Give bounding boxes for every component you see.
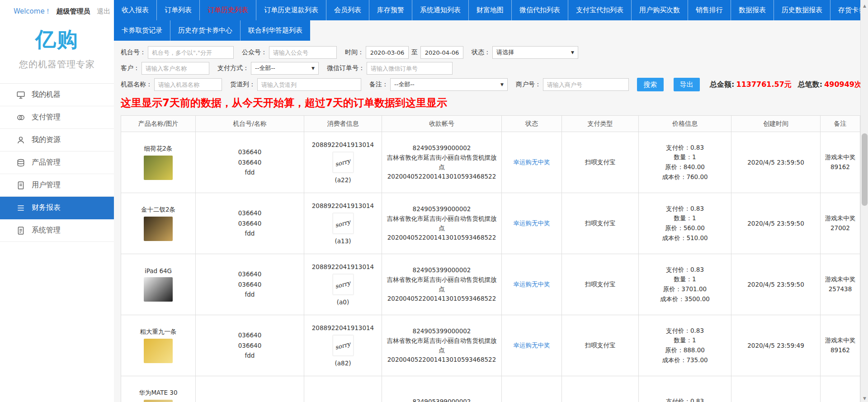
top-nav-tab[interactable]: 支付宝代扣列表: [568, 0, 632, 20]
top-nav-sub-tab[interactable]: 卡券取货记录: [114, 20, 170, 41]
wechat-order-input[interactable]: [367, 62, 453, 75]
top-nav-tab[interactable]: 会员列表: [326, 0, 369, 20]
sidebar-item[interactable]: 系统管理: [0, 219, 114, 242]
pay-type: 扫呗支付宝: [585, 280, 616, 288]
cell-consumer: 2088922041913014: [304, 376, 382, 402]
export-button[interactable]: 导出: [674, 78, 700, 91]
top-nav-tab[interactable]: 库存预警: [369, 0, 412, 20]
search-button[interactable]: 搜索: [637, 78, 664, 91]
cell-machine: 036640036640fdd: [196, 315, 304, 376]
sidebar-item[interactable]: 用户管理: [0, 174, 114, 197]
sorry-image: sorry: [333, 335, 354, 356]
account-order-number: 2020040522001413010593468522: [384, 294, 500, 303]
table-row: iPad 64G 036640036640fdd 208892204191301…: [121, 254, 860, 315]
top-nav-tab[interactable]: 订单列表: [157, 0, 200, 20]
cell-status: 幸运购无中奖: [502, 193, 562, 254]
account-number: 824905399000002: [384, 326, 500, 336]
cell-note: 游戏未中奖 257438: [821, 254, 860, 315]
status-link[interactable]: 幸运购无中奖: [514, 158, 550, 166]
status-link[interactable]: 幸运购无中奖: [514, 219, 550, 227]
pay-type: 扫呗支付宝: [585, 158, 616, 166]
orders-table-body: 细荷花2条 036640036640fdd 2088922041913014 s…: [121, 132, 860, 402]
filter-time: 时间： 至: [345, 46, 463, 59]
customer-input[interactable]: [142, 62, 209, 75]
page-scrollbar[interactable]: ▲ ▼: [860, 0, 868, 402]
sidebar-item[interactable]: 我的机器: [0, 84, 114, 106]
sidebar: Welcome！ 超级管理员 退出 亿购 您的机器管理专家 我的机器 支付管理 …: [0, 0, 114, 402]
chevron-down-icon: ▼: [500, 82, 504, 87]
date-to-input[interactable]: [420, 46, 463, 59]
price-pay: 支付价：0.83: [641, 265, 729, 275]
top-nav-tab[interactable]: 历史数据报表: [774, 0, 830, 20]
top-nav-tab[interactable]: 收入报表: [114, 0, 157, 20]
chevron-down-icon: ▼: [311, 66, 315, 71]
top-nav-tab[interactable]: 订单历史退款列表: [256, 0, 326, 20]
product-image: [144, 156, 173, 180]
machine-name-input[interactable]: [154, 78, 222, 91]
sidebar-item-icon: [16, 203, 25, 213]
consumer-tag: (a13): [306, 237, 380, 245]
cell-created: 2020/4/5 23:59:50: [731, 193, 821, 254]
public-account-input[interactable]: [269, 46, 337, 59]
sidebar-item[interactable]: 财务报表: [0, 197, 114, 219]
header-product: 产品名称/图片: [121, 116, 196, 132]
top-nav-tab[interactable]: 订单历史列表: [200, 0, 256, 20]
table-row: 华为MATE 30 036640 2088922041913014: [121, 376, 860, 402]
merchant-input[interactable]: [543, 78, 629, 91]
header-price: 价格信息: [639, 116, 731, 132]
sidebar-item-icon: [16, 136, 25, 145]
top-nav-tab[interactable]: 销售排行: [688, 0, 731, 20]
status-link[interactable]: 幸运购无中奖: [514, 280, 550, 288]
remark-select[interactable]: --全部-- ▼: [390, 78, 508, 91]
account-name: 吉林省敦化市延吉街小丽自动售货机摆放点: [384, 336, 500, 355]
lane-label: 货道列：: [230, 80, 255, 89]
scroll-up-icon[interactable]: ▲: [861, 2, 868, 9]
filter-row-1: 机台号： 公众号： 时间： 至 状态： 请选择 ▼: [121, 46, 868, 59]
price-cost: 成本价：760.00: [641, 172, 729, 182]
sidebar-item-icon: [16, 181, 25, 190]
scroll-down-icon[interactable]: ▼: [861, 394, 868, 402]
scrollbar-thumb[interactable]: [862, 133, 868, 206]
lane-input[interactable]: [257, 78, 361, 91]
sidebar-menu: 我的机器 支付管理 我的资源 产品管理 用户管理 财务报表: [0, 83, 114, 242]
cell-product: 华为MATE 30: [121, 376, 196, 402]
status-select[interactable]: 请选择 ▼: [492, 46, 578, 59]
pay-method-select[interactable]: --全部-- ▼: [251, 62, 319, 75]
total-count-label: 总笔数:: [798, 80, 822, 90]
current-user: 超级管理员: [56, 7, 90, 15]
top-nav-tab[interactable]: 财富地图: [469, 0, 512, 20]
pay-method-label: 支付方式：: [217, 64, 249, 72]
filter-row-2: 客户： 支付方式： --全部-- ▼ 微信订单号：: [121, 62, 868, 75]
consumer-tag: (a0): [306, 298, 380, 306]
sidebar-item-label: 我的资源: [32, 135, 61, 145]
date-from-input[interactable]: [366, 46, 409, 59]
status-link[interactable]: 幸运购无中奖: [514, 341, 550, 349]
sidebar-item[interactable]: 支付管理: [0, 106, 114, 129]
price-original: 原价：3701.00: [641, 284, 729, 294]
top-nav-tab[interactable]: 微信代扣列表: [512, 0, 568, 20]
filter-pay-method: 支付方式： --全部-- ▼: [217, 62, 319, 75]
cell-status: 幸运购无中奖: [502, 254, 562, 315]
price-qty: 数量：1: [641, 336, 729, 345]
table-row: 细荷花2条 036640036640fdd 2088922041913014 s…: [121, 132, 860, 193]
pay-type: 扫呗支付宝: [585, 341, 616, 349]
price-qty: 数量：1: [641, 152, 729, 162]
product-name: 华为MATE 30: [123, 389, 193, 397]
top-nav-sub-tab[interactable]: 历史存货卡券中心: [170, 20, 241, 41]
sorry-image-text: sorry: [335, 341, 351, 351]
header-pay-type: 支付类型: [562, 116, 639, 132]
top-nav-tab[interactable]: 系统通知列表: [412, 0, 469, 20]
total-count-value: 490949次: [824, 80, 862, 90]
cell-machine: 036640036640fdd: [196, 193, 304, 254]
account-order-number: 2020040522001413010593468522: [384, 172, 500, 181]
top-nav-tab[interactable]: 用户购买次数: [632, 0, 688, 20]
logout-link[interactable]: 退出: [97, 7, 110, 15]
top-nav-tab[interactable]: 数据报表: [731, 0, 774, 20]
sidebar-item[interactable]: 产品管理: [0, 151, 114, 174]
sidebar-item-label: 系统管理: [32, 226, 61, 235]
top-nav-sub-tab[interactable]: 联合利华答题列表: [241, 20, 310, 41]
sidebar-item[interactable]: 我的资源: [0, 129, 114, 151]
machine-no-input[interactable]: [148, 46, 234, 59]
product-name: 细荷花2条: [123, 145, 193, 153]
welcome-bar: Welcome！ 超级管理员 退出: [0, 0, 114, 16]
